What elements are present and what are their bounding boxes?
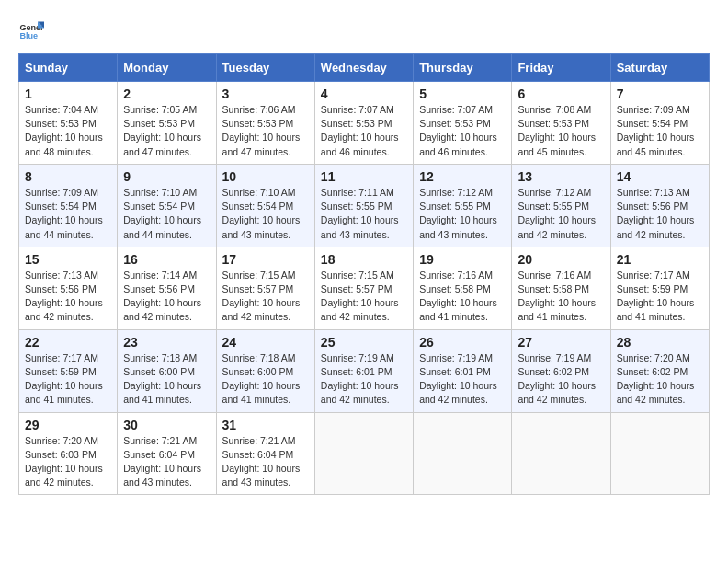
- day-cell: 30 Sunrise: 7:21 AMSunset: 6:04 PMDaylig…: [118, 412, 216, 495]
- day-number: 9: [123, 169, 210, 184]
- day-number: 27: [518, 335, 604, 350]
- day-cell: 14 Sunrise: 7:13 AMSunset: 5:56 PMDaylig…: [610, 164, 709, 247]
- day-cell: [414, 412, 512, 495]
- header-sunday: Sunday: [19, 54, 118, 82]
- day-cell: 4 Sunrise: 7:07 AMSunset: 5:53 PMDayligh…: [314, 82, 413, 165]
- day-number: 17: [222, 252, 309, 267]
- week-row-2: 8 Sunrise: 7:09 AMSunset: 5:54 PMDayligh…: [19, 164, 710, 247]
- day-info: Sunrise: 7:19 AMSunset: 6:02 PMDaylight:…: [518, 351, 604, 408]
- day-info: Sunrise: 7:12 AMSunset: 5:55 PMDaylight:…: [419, 186, 506, 242]
- day-info: Sunrise: 7:07 AMSunset: 5:53 PMDaylight:…: [321, 103, 407, 159]
- day-info: Sunrise: 7:17 AMSunset: 5:59 PMDaylight:…: [617, 269, 703, 325]
- day-number: 24: [222, 335, 309, 350]
- day-cell: 29 Sunrise: 7:20 AMSunset: 6:03 PMDaylig…: [19, 412, 118, 495]
- header-tuesday: Tuesday: [216, 54, 314, 82]
- day-number: 13: [518, 169, 604, 184]
- day-info: Sunrise: 7:20 AMSunset: 6:03 PMDaylight:…: [25, 434, 111, 490]
- day-number: 3: [222, 86, 309, 101]
- day-number: 2: [123, 86, 210, 101]
- day-cell: 15 Sunrise: 7:13 AMSunset: 5:56 PMDaylig…: [19, 247, 118, 329]
- day-cell: 24 Sunrise: 7:18 AMSunset: 6:00 PMDaylig…: [216, 329, 314, 412]
- day-cell: 28 Sunrise: 7:20 AMSunset: 6:02 PMDaylig…: [610, 329, 709, 412]
- day-number: 16: [123, 252, 210, 267]
- day-number: 22: [25, 335, 111, 350]
- day-number: 28: [617, 335, 703, 350]
- day-cell: 26 Sunrise: 7:19 AMSunset: 6:01 PMDaylig…: [414, 329, 512, 412]
- day-info: Sunrise: 7:08 AMSunset: 5:53 PMDaylight:…: [518, 103, 604, 159]
- day-number: 29: [25, 418, 111, 432]
- day-number: 8: [25, 169, 111, 184]
- day-number: 10: [222, 169, 309, 184]
- day-info: Sunrise: 7:21 AMSunset: 6:04 PMDaylight:…: [123, 434, 210, 490]
- day-cell: 3 Sunrise: 7:06 AMSunset: 5:53 PMDayligh…: [216, 82, 314, 165]
- day-number: 7: [617, 86, 703, 101]
- week-row-3: 15 Sunrise: 7:13 AMSunset: 5:56 PMDaylig…: [19, 247, 710, 329]
- day-cell: 25 Sunrise: 7:19 AMSunset: 6:01 PMDaylig…: [314, 329, 413, 412]
- header-saturday: Saturday: [610, 54, 709, 82]
- day-info: Sunrise: 7:14 AMSunset: 5:56 PMDaylight:…: [123, 269, 210, 325]
- week-row-1: 1 Sunrise: 7:04 AMSunset: 5:53 PMDayligh…: [19, 82, 710, 165]
- day-cell: 21 Sunrise: 7:17 AMSunset: 5:59 PMDaylig…: [610, 247, 709, 329]
- day-info: Sunrise: 7:15 AMSunset: 5:57 PMDaylight:…: [222, 269, 309, 325]
- day-cell: 11 Sunrise: 7:11 AMSunset: 5:55 PMDaylig…: [314, 164, 413, 247]
- day-cell: 8 Sunrise: 7:09 AMSunset: 5:54 PMDayligh…: [19, 164, 118, 247]
- logo: General Blue: [18, 18, 48, 44]
- day-number: 26: [419, 335, 506, 350]
- day-cell: 27 Sunrise: 7:19 AMSunset: 6:02 PMDaylig…: [512, 329, 610, 412]
- day-info: Sunrise: 7:09 AMSunset: 5:54 PMDaylight:…: [25, 186, 111, 242]
- header-thursday: Thursday: [414, 54, 512, 82]
- day-info: Sunrise: 7:10 AMSunset: 5:54 PMDaylight:…: [222, 186, 309, 242]
- calendar-header-row: SundayMondayTuesdayWednesdayThursdayFrid…: [19, 54, 710, 82]
- calendar-table: SundayMondayTuesdayWednesdayThursdayFrid…: [18, 53, 710, 495]
- day-info: Sunrise: 7:12 AMSunset: 5:55 PMDaylight:…: [518, 186, 604, 242]
- day-number: 31: [222, 418, 309, 432]
- day-cell: 2 Sunrise: 7:05 AMSunset: 5:53 PMDayligh…: [118, 82, 216, 165]
- day-cell: 10 Sunrise: 7:10 AMSunset: 5:54 PMDaylig…: [216, 164, 314, 247]
- day-number: 30: [123, 418, 210, 432]
- header-wednesday: Wednesday: [314, 54, 413, 82]
- day-info: Sunrise: 7:19 AMSunset: 6:01 PMDaylight:…: [419, 351, 506, 408]
- day-cell: 31 Sunrise: 7:21 AMSunset: 6:04 PMDaylig…: [216, 412, 314, 495]
- day-number: 19: [419, 252, 506, 267]
- day-info: Sunrise: 7:10 AMSunset: 5:54 PMDaylight:…: [123, 186, 210, 242]
- day-number: 6: [518, 86, 604, 101]
- day-number: 1: [25, 86, 111, 101]
- day-cell: 16 Sunrise: 7:14 AMSunset: 5:56 PMDaylig…: [118, 247, 216, 329]
- day-number: 23: [123, 335, 210, 350]
- day-info: Sunrise: 7:04 AMSunset: 5:53 PMDaylight:…: [25, 103, 111, 159]
- day-cell: 22 Sunrise: 7:17 AMSunset: 5:59 PMDaylig…: [19, 329, 118, 412]
- day-cell: 5 Sunrise: 7:07 AMSunset: 5:53 PMDayligh…: [414, 82, 512, 165]
- day-number: 14: [617, 169, 703, 184]
- day-cell: 12 Sunrise: 7:12 AMSunset: 5:55 PMDaylig…: [414, 164, 512, 247]
- week-row-4: 22 Sunrise: 7:17 AMSunset: 5:59 PMDaylig…: [19, 329, 710, 412]
- day-info: Sunrise: 7:13 AMSunset: 5:56 PMDaylight:…: [25, 269, 111, 325]
- day-number: 18: [321, 252, 407, 267]
- day-cell: 23 Sunrise: 7:18 AMSunset: 6:00 PMDaylig…: [118, 329, 216, 412]
- day-number: 20: [518, 252, 604, 267]
- header-friday: Friday: [512, 54, 610, 82]
- day-number: 21: [617, 252, 703, 267]
- day-info: Sunrise: 7:19 AMSunset: 6:01 PMDaylight:…: [321, 351, 407, 408]
- day-info: Sunrise: 7:20 AMSunset: 6:02 PMDaylight:…: [617, 351, 703, 408]
- day-number: 15: [25, 252, 111, 267]
- day-cell: 17 Sunrise: 7:15 AMSunset: 5:57 PMDaylig…: [216, 247, 314, 329]
- day-info: Sunrise: 7:09 AMSunset: 5:54 PMDaylight:…: [617, 103, 703, 159]
- day-info: Sunrise: 7:18 AMSunset: 6:00 PMDaylight:…: [222, 351, 309, 408]
- day-info: Sunrise: 7:16 AMSunset: 5:58 PMDaylight:…: [518, 269, 604, 325]
- day-cell: 13 Sunrise: 7:12 AMSunset: 5:55 PMDaylig…: [512, 164, 610, 247]
- day-cell: [610, 412, 709, 495]
- day-cell: 20 Sunrise: 7:16 AMSunset: 5:58 PMDaylig…: [512, 247, 610, 329]
- day-cell: [512, 412, 610, 495]
- day-info: Sunrise: 7:07 AMSunset: 5:53 PMDaylight:…: [419, 103, 506, 159]
- header-monday: Monday: [118, 54, 216, 82]
- day-cell: 7 Sunrise: 7:09 AMSunset: 5:54 PMDayligh…: [610, 82, 709, 165]
- day-info: Sunrise: 7:13 AMSunset: 5:56 PMDaylight:…: [617, 186, 703, 242]
- day-cell: 9 Sunrise: 7:10 AMSunset: 5:54 PMDayligh…: [118, 164, 216, 247]
- page-header: General Blue: [18, 18, 710, 44]
- day-cell: [314, 412, 413, 495]
- day-info: Sunrise: 7:18 AMSunset: 6:00 PMDaylight:…: [123, 351, 210, 408]
- day-info: Sunrise: 7:06 AMSunset: 5:53 PMDaylight:…: [222, 103, 309, 159]
- day-info: Sunrise: 7:11 AMSunset: 5:55 PMDaylight:…: [321, 186, 407, 242]
- day-number: 4: [321, 86, 407, 101]
- week-row-5: 29 Sunrise: 7:20 AMSunset: 6:03 PMDaylig…: [19, 412, 710, 495]
